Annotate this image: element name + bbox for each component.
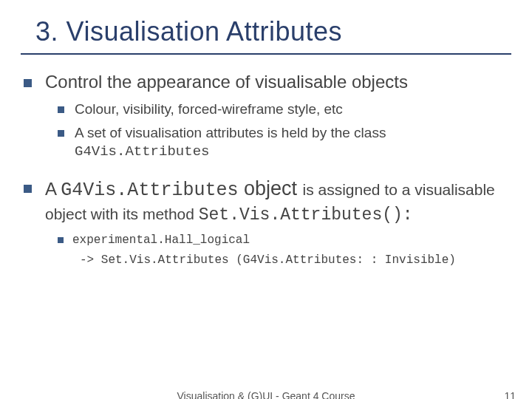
text-fragment: A set of visualisation attributes is hel… xyxy=(75,125,386,140)
code-text: -> Set.Vis.Attributes (G4Vis.Attributes:… xyxy=(80,253,456,268)
square-bullet-icon xyxy=(58,130,64,137)
bullet-level2: A set of visualisation attributes is hel… xyxy=(58,124,511,161)
text-fragment: object xyxy=(238,177,302,200)
square-bullet-icon xyxy=(24,79,32,87)
title-rule xyxy=(21,53,511,55)
slide-title: 3. Visualisation Attributes xyxy=(35,16,511,47)
page-number: 11 xyxy=(504,390,516,399)
bullet-text: A G4Vis.Attributes object is assigned to… xyxy=(45,177,511,225)
bullet-level2: Colour, visibility, forced-wireframe sty… xyxy=(58,100,511,118)
square-bullet-icon xyxy=(58,237,64,243)
code-text: G4Vis.Attributes xyxy=(61,180,238,201)
code-text: experimental.Hall_logical xyxy=(72,233,250,248)
square-bullet-icon xyxy=(58,106,64,113)
code-text: G4Vis.Attributes xyxy=(75,143,209,160)
text-fragment: A xyxy=(45,179,61,199)
bullet-text: A set of visualisation attributes is hel… xyxy=(75,124,511,161)
code-text: Set.Vis.Attributes(): xyxy=(199,205,413,225)
bullet-level3: experimental.Hall_logical xyxy=(58,233,511,248)
bullet-level1: A G4Vis.Attributes object is assigned to… xyxy=(24,177,511,225)
bullet-text: Control the appearance of visualisable o… xyxy=(45,71,408,93)
slide: 3. Visualisation Attributes Control the … xyxy=(0,0,532,399)
footer-center-text: Visualisation & (G)UI - Geant 4 Course xyxy=(0,390,532,399)
code-line: -> Set.Vis.Attributes (G4Vis.Attributes:… xyxy=(80,253,511,268)
bullet-text: Colour, visibility, forced-wireframe sty… xyxy=(75,100,343,118)
square-bullet-icon xyxy=(24,185,32,193)
bullet-level1: Control the appearance of visualisable o… xyxy=(24,71,511,93)
